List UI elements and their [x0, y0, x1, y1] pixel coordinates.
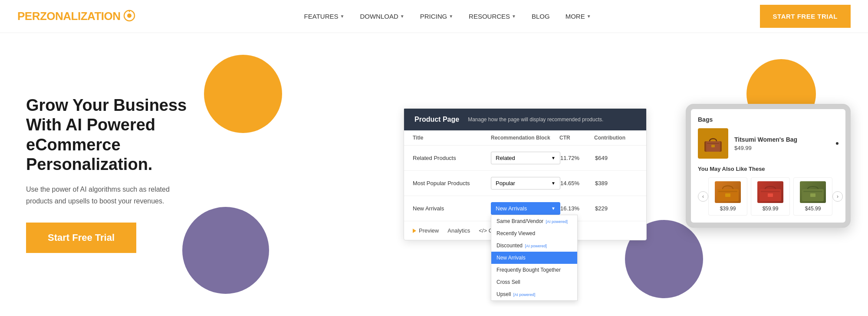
dropdown-option-discounted[interactable]: Discounted [AI powered] — [491, 239, 577, 252]
product-panel: Product Page Manage how the page will di… — [404, 108, 647, 240]
logo[interactable]: PERZONALIZATION — [17, 10, 135, 23]
dropdown-option-samebrand[interactable]: Same Brand/Vendor [AI powered] — [491, 215, 577, 227]
prev-button[interactable]: ‹ — [698, 191, 708, 202]
hero-cta-button[interactable]: Start Free Trial — [26, 223, 136, 253]
bag-thumb-3 — [800, 181, 826, 203]
panel-description: Manage how the page will display recomme… — [468, 116, 603, 123]
featured-bag-image — [698, 128, 728, 159]
navbar: PERZONALIZATION FEATURES ▼ DOWNLOAD ▼ PR… — [0, 0, 868, 33]
logo-text: PERZONALIZATION — [17, 10, 121, 23]
dropdown-option-recentlyviewed[interactable]: Recently Viewed — [491, 227, 577, 239]
svg-rect-12 — [768, 193, 773, 197]
featured-bag-name: Titsumi Women's Bag — [734, 136, 797, 143]
bag-card-2[interactable]: $59.99 — [751, 177, 790, 216]
dropdown-btn-related[interactable]: Related ▼ — [491, 152, 560, 164]
row-label-3: New Arrivals — [413, 205, 491, 212]
col-title: Title — [413, 135, 491, 141]
featured-bag: Titsumi Women's Bag $49.99 — [698, 128, 838, 159]
indicator-dot — [836, 142, 838, 145]
nav-more[interactable]: MORE ▼ — [559, 9, 597, 23]
chevron-down-icon: ▼ — [449, 14, 453, 19]
bag-price-1: $39.99 — [720, 206, 736, 212]
col-block: Recommendation Block — [491, 135, 559, 141]
chevron-down-icon: ▼ — [340, 14, 344, 19]
play-icon — [413, 229, 416, 233]
nav-links: FEATURES ▼ DOWNLOAD ▼ PRICING ▼ RESOURCE… — [298, 9, 597, 23]
chevron-down-icon: ▼ — [512, 14, 516, 19]
dropdown-related: Related ▼ — [491, 152, 560, 164]
dropdown-btn-popular[interactable]: Popular ▼ — [491, 177, 560, 190]
logo-icon — [123, 10, 135, 23]
bag-thumb-1 — [715, 181, 741, 203]
contrib-1: $649 — [595, 155, 638, 161]
svg-rect-15 — [810, 193, 815, 197]
contrib-3: $229 — [595, 205, 638, 212]
dropdown-option-upsell[interactable]: Upsell [AI powered] — [491, 288, 577, 300]
contrib-2: $389 — [595, 180, 638, 186]
preview-button[interactable]: Preview — [413, 227, 439, 234]
ctr-2: 14.65% — [560, 180, 595, 186]
chevron-down-icon: ▼ — [551, 181, 556, 186]
small-bags-row: ‹ $39.99 — [698, 177, 838, 216]
dropdown-option-newarrivals[interactable]: New Arrivals — [491, 252, 577, 264]
hero-left: Grow Your Business With AI Powered eComm… — [26, 96, 191, 253]
svg-rect-11 — [761, 191, 780, 192]
row-label-1: Related Products — [413, 155, 491, 161]
hero-section: Grow Your Business With AI Powered eComm… — [0, 33, 868, 307]
nav-features[interactable]: FEATURES ▼ — [298, 9, 351, 23]
featured-bag-info: Titsumi Women's Bag $49.99 — [734, 136, 797, 151]
nav-pricing[interactable]: PRICING ▼ — [414, 9, 459, 23]
nav-blog[interactable]: BLOG — [526, 9, 556, 23]
dropdown-btn-newarrivals[interactable]: New Arrivals ▼ — [491, 202, 560, 215]
panel-table: Title Recommendation Block CTR Contribut… — [404, 130, 646, 221]
chevron-down-icon: ▼ — [551, 206, 556, 211]
ctr-3: 16.13% — [560, 205, 595, 212]
start-free-trial-button[interactable]: START FREE TRIAL — [760, 5, 851, 28]
ctr-1: 11.72% — [560, 155, 595, 161]
column-headers: Title Recommendation Block CTR Contribut… — [404, 130, 646, 146]
you-may-like-title: You May Also Like These — [698, 166, 838, 172]
nav-resources[interactable]: RESOURCES ▼ — [463, 9, 522, 23]
chevron-down-icon: ▼ — [551, 156, 556, 160]
row-label-2: Most Popular Products — [413, 180, 491, 186]
bag-price-3: $45.99 — [805, 206, 821, 212]
ai-badge: [AI powered] — [546, 220, 568, 224]
table-row: Related Products Related ▼ 11.72% $649 — [404, 146, 646, 171]
tablet-section-title: Bags — [698, 116, 838, 123]
col-contribution: Contribution — [594, 135, 638, 141]
nav-download[interactable]: DOWNLOAD ▼ — [354, 9, 410, 23]
bag-card-1[interactable]: $39.99 — [708, 177, 747, 216]
dropdown-menu-newarrivals: Same Brand/Vendor [AI powered] Recently … — [491, 215, 578, 301]
bag-cards: $39.99 — [708, 177, 832, 216]
dropdown-option-crosssell[interactable]: Cross Sell — [491, 276, 577, 288]
panel-header: Product Page Manage how the page will di… — [404, 109, 646, 130]
tablet-preview: Bags Titsumi Women's Bag — [686, 104, 851, 228]
chevron-down-icon: ▼ — [400, 14, 404, 19]
col-ctr: CTR — [559, 135, 594, 141]
analytics-button[interactable]: Analytics — [447, 227, 470, 234]
featured-bag-price: $49.99 — [734, 145, 797, 151]
svg-rect-14 — [803, 191, 822, 192]
dropdown-newarrivals: New Arrivals ▼ Same Brand/Vendor [AI pow… — [491, 202, 560, 215]
svg-rect-6 — [711, 145, 715, 147]
svg-rect-8 — [718, 191, 737, 192]
bag-price-2: $59.99 — [763, 206, 779, 212]
dropdown-option-frequentlybought[interactable]: Frequently Bought Together — [491, 264, 577, 276]
chevron-down-icon: ▼ — [587, 14, 591, 19]
bag-thumb-2 — [757, 181, 783, 203]
hero-title: Grow Your Business With AI Powered eComm… — [26, 96, 191, 175]
bag-card-3[interactable]: $45.99 — [793, 177, 832, 216]
panel-title: Product Page — [414, 116, 459, 123]
ai-badge: [AI powered] — [513, 293, 536, 297]
hero-right: Product Page Manage how the page will di… — [191, 108, 842, 240]
table-row: New Arrivals New Arrivals ▼ Same Brand/V… — [404, 196, 646, 221]
ai-badge: [AI powered] — [525, 244, 547, 248]
svg-point-1 — [127, 13, 132, 18]
next-button[interactable]: › — [832, 191, 843, 202]
svg-rect-5 — [707, 143, 719, 144]
table-row: Most Popular Products Popular ▼ 14.65% $… — [404, 171, 646, 196]
hero-subtitle: Use the power of AI algorithms such as r… — [26, 183, 174, 207]
dropdown-popular: Popular ▼ — [491, 177, 560, 190]
svg-rect-9 — [725, 193, 730, 197]
tablet-inner: Bags Titsumi Women's Bag — [691, 109, 845, 223]
